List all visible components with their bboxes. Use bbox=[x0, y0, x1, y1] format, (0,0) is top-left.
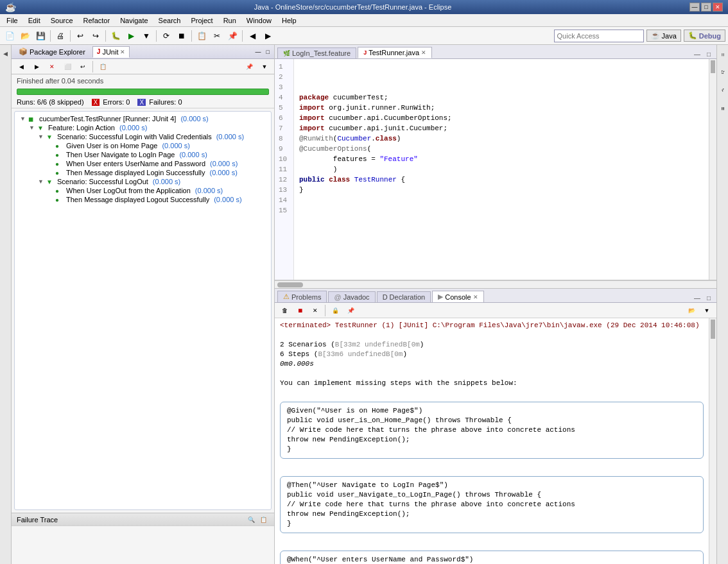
snippet1-line1: @Given("^User is on Home Page$") bbox=[287, 406, 697, 416]
junit-pin[interactable]: 📌 bbox=[242, 60, 256, 74]
minimize-panel-button[interactable]: — bbox=[254, 48, 263, 56]
tab-junit[interactable]: J JUnit ✕ bbox=[92, 46, 130, 58]
toolbar-btn-9[interactable]: 📌 bbox=[225, 29, 239, 43]
junit-close-button[interactable]: ✕ bbox=[120, 49, 125, 55]
console-remove[interactable]: ✕ bbox=[308, 303, 322, 318]
tree-item[interactable]: ●Then Message displayed Login Successful… bbox=[15, 168, 271, 177]
tab-console[interactable]: ▶ Console ✕ bbox=[432, 291, 483, 302]
failure-trace-filter[interactable]: 🔍 bbox=[246, 516, 257, 524]
junit-failed-only[interactable]: ✕ bbox=[45, 60, 59, 74]
back-button[interactable]: ◀ bbox=[245, 29, 259, 43]
menu-navigate[interactable]: Navigate bbox=[116, 15, 152, 26]
maximize-button[interactable]: □ bbox=[701, 3, 711, 12]
menu-run[interactable]: Run bbox=[220, 15, 240, 26]
tab-testrunner[interactable]: J TestRunner.java ✕ bbox=[358, 47, 432, 58]
right-icon-4[interactable]: ≡ bbox=[716, 101, 729, 115]
toolbar-btn-5[interactable]: ⟳ bbox=[159, 29, 173, 43]
console-content[interactable]: <terminated> TestRunner (1) [JUnit] C:\P… bbox=[275, 318, 709, 564]
forward-button[interactable]: ▶ bbox=[261, 29, 275, 43]
right-icon-3[interactable]: ♪ bbox=[716, 83, 729, 98]
left-icon-1[interactable]: ▶ bbox=[0, 47, 13, 62]
junit-history[interactable]: 📋 bbox=[96, 60, 110, 74]
console-maximize[interactable]: □ bbox=[704, 293, 714, 302]
junit-menu[interactable]: ▼ bbox=[257, 60, 272, 74]
tab-declaration[interactable]: D Declaration bbox=[377, 291, 431, 302]
junit-expand[interactable]: ⬜ bbox=[60, 60, 74, 74]
console-minimize[interactable]: — bbox=[692, 293, 702, 302]
junit-next-failure[interactable]: ▶ bbox=[30, 60, 44, 74]
debug-label: Debug bbox=[699, 32, 721, 40]
tree-item[interactable]: ●When User enters UserName and Password(… bbox=[15, 159, 271, 168]
tree-item[interactable]: ▼▼Scenario: Successful LogOut(0.000 s) bbox=[15, 177, 271, 186]
failure-trace-copy[interactable]: 📋 bbox=[258, 516, 269, 524]
toolbar-btn-6[interactable]: ⏹ bbox=[175, 29, 189, 43]
menu-project[interactable]: Project bbox=[187, 15, 216, 26]
tab-problems[interactable]: ⚠ Problems bbox=[277, 291, 327, 302]
test-tree[interactable]: ▼◼cucumberTest.TestRunner [Runner: JUnit… bbox=[14, 111, 272, 510]
console-scrollbar-thumb[interactable] bbox=[711, 320, 715, 339]
toolbar-btn-8[interactable]: ✂ bbox=[210, 29, 224, 43]
tree-item-time: (0.000 s) bbox=[180, 115, 208, 123]
perspective-debug-button[interactable]: 🐛 Debug bbox=[684, 30, 725, 42]
right-icon-1[interactable]: ≡ bbox=[716, 47, 729, 62]
toolbar-sep-3 bbox=[105, 30, 106, 42]
tree-item[interactable]: ▼◼cucumberTest.TestRunner [Runner: JUnit… bbox=[15, 114, 271, 123]
tab-package-explorer[interactable]: 📦 Package Explorer bbox=[14, 46, 90, 58]
run-config-button[interactable]: ▼ bbox=[139, 29, 153, 43]
editor-hscrollbar[interactable] bbox=[275, 280, 716, 288]
run-button[interactable]: ▶ bbox=[124, 29, 138, 43]
perspective-java-button[interactable]: ☕ Java bbox=[646, 30, 681, 42]
menu-search[interactable]: Search bbox=[155, 15, 185, 26]
tab-login-feature[interactable]: 🌿 LogIn_Test.feature bbox=[277, 47, 356, 58]
code-editor[interactable]: 123456789101112131415 package cucumberTe… bbox=[275, 59, 716, 280]
tree-item[interactable]: ●Given User is on Home Page(0.000 s) bbox=[15, 141, 271, 150]
open-button[interactable]: 📂 bbox=[18, 29, 32, 43]
menu-source[interactable]: Source bbox=[47, 15, 77, 26]
menu-refactor[interactable]: Refactor bbox=[80, 15, 114, 26]
testrunner-tab-close[interactable]: ✕ bbox=[421, 49, 426, 56]
new-button[interactable]: 📄 bbox=[3, 29, 17, 43]
close-button[interactable]: ✕ bbox=[713, 3, 723, 12]
minimize-button[interactable]: — bbox=[689, 3, 700, 12]
junit-rerun[interactable]: ↩ bbox=[76, 60, 90, 74]
tab-javadoc[interactable]: @ Javadoc bbox=[328, 291, 375, 302]
editor-maximize[interactable]: □ bbox=[704, 49, 714, 58]
console-label: Console bbox=[445, 293, 471, 301]
console-pin[interactable]: 📌 bbox=[343, 303, 358, 318]
tree-expand-icon: ▼ bbox=[38, 133, 44, 140]
menu-file[interactable]: File bbox=[3, 15, 22, 26]
editor-minimize[interactable]: — bbox=[692, 49, 702, 58]
editor-hscrollbar-thumb[interactable] bbox=[277, 282, 303, 287]
toolbar-btn-7[interactable]: 📋 bbox=[195, 29, 209, 43]
menu-window[interactable]: Window bbox=[243, 15, 275, 26]
console-scroll-lock[interactable]: 🔒 bbox=[328, 303, 342, 318]
tree-item[interactable]: ▼▼Feature: Login Action(0.000 s) bbox=[15, 123, 271, 132]
junit-prev-failure[interactable]: ◀ bbox=[14, 60, 28, 74]
right-icon-2[interactable]: ♫ bbox=[716, 65, 729, 80]
suite-icon: ◼ bbox=[28, 115, 37, 123]
tree-item[interactable]: ●Then Message displayed Logout Successfu… bbox=[15, 195, 271, 204]
menu-help[interactable]: Help bbox=[278, 15, 300, 26]
editor-scrollbar-thumb[interactable] bbox=[711, 60, 715, 73]
console-clear[interactable]: 🗑 bbox=[277, 303, 291, 318]
console-open-file[interactable]: 📂 bbox=[684, 303, 698, 318]
tree-item-time: (0.000 s) bbox=[195, 187, 223, 194]
console-scrollbar[interactable] bbox=[709, 318, 716, 564]
tree-item[interactable]: ●Then User Navigate to LogIn Page(0.000 … bbox=[15, 150, 271, 159]
tree-item[interactable]: ▼▼Scenario: Successful Login with Valid … bbox=[15, 132, 271, 141]
console-stop[interactable]: ⏹ bbox=[293, 303, 307, 318]
redo-button[interactable]: ↪ bbox=[89, 29, 103, 43]
console-show-list[interactable]: ▼ bbox=[700, 303, 714, 318]
save-button[interactable]: 💾 bbox=[33, 29, 48, 43]
scenario-icon: ▼ bbox=[46, 133, 55, 141]
undo-button[interactable]: ↩ bbox=[73, 29, 87, 43]
debug-button[interactable]: 🐛 bbox=[108, 29, 123, 43]
code-content[interactable]: package cucumberTest;import org.junit.ru… bbox=[294, 59, 709, 280]
print-button[interactable]: 🖨 bbox=[53, 29, 67, 43]
maximize-panel-button[interactable]: □ bbox=[264, 48, 272, 56]
console-tab-close[interactable]: ✕ bbox=[473, 294, 478, 300]
menu-edit[interactable]: Edit bbox=[24, 15, 44, 26]
quick-access-input[interactable] bbox=[554, 30, 644, 42]
tree-item-label: Scenario: Successful LogOut bbox=[57, 178, 148, 185]
tree-item[interactable]: ●When User LogOut from the Application(0… bbox=[15, 186, 271, 195]
